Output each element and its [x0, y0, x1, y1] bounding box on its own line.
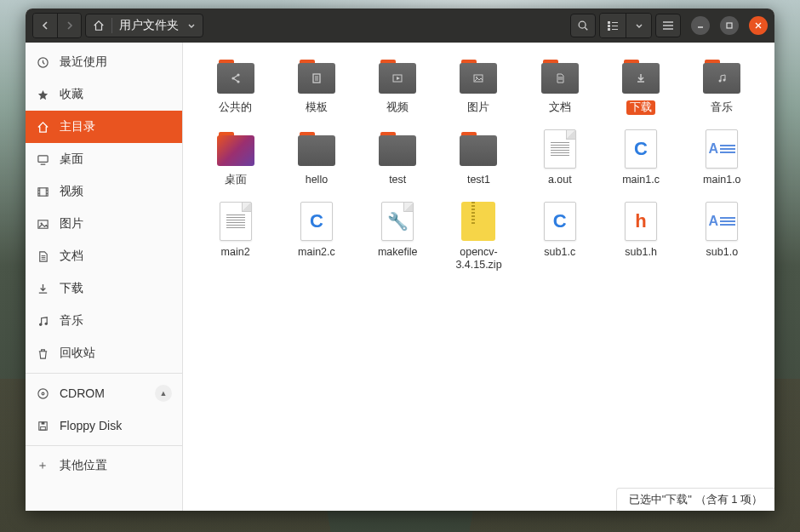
svg-point-28 — [723, 79, 726, 82]
svg-point-15 — [37, 388, 47, 398]
svg-rect-2 — [612, 22, 618, 23]
music-icon — [715, 72, 729, 85]
template-icon — [310, 72, 323, 85]
file-item[interactable]: a.out — [523, 125, 597, 191]
svg-rect-18 — [41, 421, 44, 424]
file-icon — [215, 201, 256, 242]
file-item[interactable]: Amain1.o — [685, 125, 759, 191]
icon-grid: 公共的模板视频图片文档下载音乐桌面hellotesttest1a.outCmai… — [183, 43, 774, 286]
svg-point-27 — [719, 80, 722, 83]
sidebar-item[interactable]: 音乐 — [26, 305, 182, 337]
file-item[interactable]: main2 — [198, 197, 272, 276]
path-dropdown-icon[interactable] — [187, 21, 196, 30]
sidebar-item[interactable]: 回收站 — [26, 337, 182, 369]
file-label: 模板 — [302, 100, 331, 115]
sidebar-item[interactable]: 图片 — [26, 208, 182, 240]
file-item[interactable]: 🔧makefile — [361, 197, 435, 276]
file-item[interactable]: 图片 — [442, 53, 516, 118]
eject-button[interactable]: ▲ — [155, 385, 172, 402]
file-label: main1.o — [700, 173, 744, 187]
file-item[interactable]: 音乐 — [685, 53, 759, 118]
svg-point-14 — [44, 322, 47, 324]
file-item[interactable]: 视频 — [361, 53, 435, 118]
file-icon: C — [620, 129, 661, 169]
file-label: hello — [302, 173, 331, 187]
file-item[interactable]: 公共的 — [198, 53, 272, 118]
sidebar-item-label: 桌面 — [60, 152, 83, 167]
file-label: 下载 — [626, 100, 655, 115]
sidebar-item[interactable]: 收藏 — [26, 78, 182, 111]
file-item[interactable]: hsub1.h — [603, 197, 677, 276]
file-icon — [377, 129, 418, 169]
sidebar-item[interactable]: 下载 — [26, 272, 182, 305]
path-label: 用户文件夹 — [119, 18, 179, 33]
sidebar: 最近使用收藏主目录桌面视频图片文档下载音乐回收站 CDROM▲Floppy Di… — [26, 43, 183, 511]
maximize-button[interactable] — [720, 16, 739, 35]
back-button[interactable] — [33, 14, 57, 37]
file-icon: h — [620, 201, 661, 242]
file-label: 公共的 — [215, 100, 255, 115]
file-label: main1.c — [619, 173, 663, 187]
list-view-button[interactable] — [600, 14, 626, 37]
file-icon — [458, 56, 499, 97]
nav-group — [32, 13, 82, 38]
file-label: test1 — [464, 173, 494, 187]
file-manager-window: 用户文件夹 — [26, 9, 774, 511]
file-item[interactable]: hello — [279, 125, 353, 191]
sidebar-other-locations[interactable]: ＋ 其他位置 — [26, 449, 182, 482]
video-icon — [36, 186, 49, 198]
file-item[interactable]: Asub1.o — [685, 197, 759, 276]
music-icon — [36, 315, 49, 328]
file-item[interactable]: test1 — [442, 125, 516, 191]
file-item[interactable]: 模板 — [279, 53, 353, 118]
file-label: sub1.h — [621, 245, 660, 260]
file-label: main2.c — [294, 245, 339, 260]
svg-rect-4 — [612, 26, 618, 26]
sidebar-item[interactable]: 桌面 — [26, 143, 182, 175]
sidebar-item[interactable]: 视频 — [26, 175, 182, 208]
svg-rect-3 — [608, 25, 610, 27]
file-item[interactable]: 文档 — [523, 53, 597, 118]
file-label: 视频 — [383, 100, 412, 115]
hamburger-menu-button[interactable] — [655, 14, 681, 37]
file-item[interactable]: opencv-3.4.15.zip — [442, 197, 516, 276]
svg-point-13 — [39, 323, 42, 325]
path-bar[interactable]: 用户文件夹 — [85, 14, 203, 37]
file-icon — [620, 56, 661, 97]
sidebar-item[interactable]: CDROM▲ — [26, 377, 182, 409]
file-label: 音乐 — [707, 100, 736, 115]
home-icon — [36, 121, 49, 134]
view-controls — [599, 13, 652, 38]
forward-button[interactable] — [57, 14, 81, 37]
minimize-button[interactable] — [691, 16, 710, 35]
sidebar-item[interactable]: Floppy Disk — [26, 409, 182, 442]
sidebar-item-label: 其他位置 — [60, 458, 107, 473]
clock-icon — [36, 56, 49, 69]
video-icon — [391, 72, 404, 85]
svg-rect-5 — [608, 28, 610, 31]
svg-rect-1 — [608, 21, 610, 24]
file-item[interactable]: test — [361, 125, 435, 191]
sidebar-item[interactable]: 文档 — [26, 240, 182, 272]
file-item[interactable]: 下载 — [603, 53, 677, 118]
search-button[interactable] — [570, 14, 596, 37]
view-options-button[interactable] — [626, 14, 651, 37]
status-bar: 已选中"下载" （含有 1 项） — [616, 488, 774, 511]
sidebar-item[interactable]: 主目录 — [26, 111, 182, 143]
svg-point-0 — [579, 21, 586, 28]
file-label: makefile — [374, 245, 421, 260]
file-item[interactable]: 桌面 — [198, 125, 272, 191]
sidebar-item[interactable]: 最近使用 — [26, 46, 182, 78]
close-button[interactable] — [749, 16, 768, 35]
file-item[interactable]: Csub1.c — [523, 197, 597, 276]
file-icon — [458, 201, 499, 242]
content-area[interactable]: 公共的模板视频图片文档下载音乐桌面hellotesttest1a.outCmai… — [183, 43, 774, 511]
file-label: main2 — [218, 245, 254, 260]
file-item[interactable]: Cmain1.c — [603, 125, 677, 191]
sidebar-item-label: 收藏 — [60, 87, 83, 102]
file-item[interactable]: Cmain2.c — [279, 197, 353, 276]
file-label: a.out — [545, 173, 575, 187]
file-icon — [215, 56, 256, 97]
home-icon — [93, 20, 105, 31]
sidebar-item-label: 最近使用 — [60, 54, 107, 70]
